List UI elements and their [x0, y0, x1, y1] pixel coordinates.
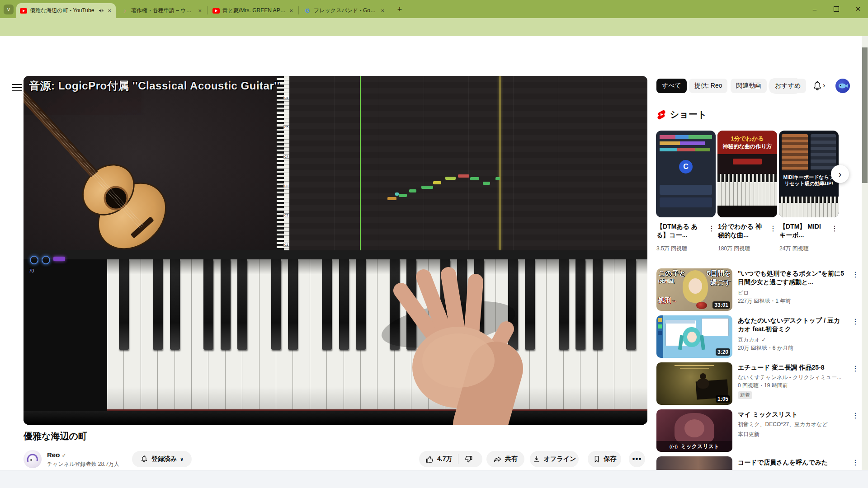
scrollbar-thumb[interactable]	[862, 47, 868, 183]
midi-note	[483, 182, 490, 185]
video-title[interactable]: コードで店員さんを呼んでみた	[738, 458, 844, 467]
tab-close-icon[interactable]: ×	[197, 7, 203, 14]
share-button[interactable]: 共有	[486, 451, 524, 467]
video-menu-icon[interactable]: ⋮	[852, 458, 859, 467]
chips-scroll-right-icon[interactable]: ›	[823, 81, 825, 89]
new-badge: 新着	[738, 391, 752, 399]
tab-title: 著作権・各種申請 – ウィンズスコア	[131, 7, 194, 14]
channel-avatar[interactable]	[24, 450, 42, 468]
short-thumb-letter: C	[679, 160, 693, 174]
midi-hud-value: 70	[29, 268, 34, 273]
window-close-button[interactable]: ✕	[849, 3, 867, 15]
playlist-thumbnail[interactable]: ((•)) ミックスリスト	[656, 409, 732, 452]
window-minimize-button[interactable]: –	[806, 3, 824, 15]
video-channel[interactable]: ピロ	[738, 289, 749, 297]
video-duration: 1:05	[716, 395, 730, 403]
tab-separator	[207, 6, 208, 14]
dislike-icon[interactable]	[464, 455, 473, 464]
video-menu-icon[interactable]: ⋮	[852, 317, 859, 326]
short-menu-icon[interactable]: ⋮	[769, 224, 777, 233]
short-menu-icon[interactable]: ⋮	[708, 224, 715, 233]
channel-name[interactable]: Reo ✓	[47, 451, 66, 459]
short-menu-icon[interactable]: ⋮	[831, 224, 838, 233]
video-title[interactable]: "いつでも処刑できるボタン"を前に5日間少女と過ごす感動と...	[738, 269, 844, 286]
bell-icon	[140, 455, 148, 463]
filter-chip-recommended[interactable]: おすすめ	[769, 79, 806, 93]
tab-title: 青と夏/Mrs. GREEN APPLE【大阪	[222, 7, 286, 14]
filter-chip-all[interactable]: すべて	[656, 79, 687, 93]
video-thumbnail[interactable]	[656, 456, 732, 470]
hamburger-menu-icon[interactable]	[12, 82, 22, 94]
filter-chip-from-channel[interactable]: 提供: Reo	[689, 79, 727, 93]
tab-close-icon[interactable]: ×	[288, 7, 294, 14]
google-favicon: G	[304, 7, 311, 14]
filter-chip-related[interactable]: 関連動画	[731, 79, 767, 93]
player-hand	[340, 257, 566, 425]
tab-close-icon[interactable]: ×	[380, 7, 385, 14]
midi-knob-control	[30, 256, 38, 264]
tab-title: フレックスバンド - Google 検索	[314, 7, 377, 14]
tab-search-button[interactable]: ∨	[4, 5, 14, 14]
offline-label: オフライン	[544, 455, 576, 463]
video-title[interactable]: エチュード 変ニ長調 作品25-8	[738, 363, 844, 372]
video-duration: 33:01	[712, 301, 730, 309]
short-banner-line2: 神秘的な曲の作り方	[723, 143, 772, 150]
playlist-updated: 本日更新	[738, 431, 760, 438]
midi-pad-control	[53, 257, 65, 261]
short-banner-line1: 1分でわかる	[731, 135, 764, 143]
new-tab-button[interactable]: +	[394, 4, 405, 15]
youtube-favicon	[20, 7, 27, 14]
piano-roll	[289, 76, 647, 250]
tab-audio-icon[interactable]	[98, 8, 104, 14]
video-thumbnail[interactable]: 3:20	[656, 315, 732, 358]
window-maximize-button[interactable]	[827, 3, 845, 15]
short-title[interactable]: 【DTMある ある】コー...	[656, 222, 704, 239]
video-channel[interactable]: ないくすチャンネル - クリクシィミュー...	[738, 374, 841, 381]
browser-tab[interactable]: 青と夏/Mrs. GREEN APPLE【大阪 ×	[209, 3, 297, 18]
shorts-next-arrow-button[interactable]: ›	[831, 165, 849, 183]
video-menu-icon[interactable]: ⋮	[852, 364, 859, 373]
browser-toolbar: youtube.com/watch?v=UvSVJkRsrC4 ☆ k ⋮	[0, 18, 868, 36]
video-thumbnail[interactable]: 1:05	[656, 362, 732, 405]
browser-tab[interactable]: ♪ 著作権・各種申請 – ウィンズスコア ×	[118, 3, 206, 18]
browser-tab[interactable]: G フレックスバンド - Google 検索 ×	[300, 3, 389, 18]
tab-separator	[298, 6, 299, 14]
short-title[interactable]: 【DTM】 MIDIキーボ...	[779, 222, 827, 239]
video-title: 優雅な海辺の町	[24, 430, 87, 442]
winds-score-favicon: ♪	[121, 7, 128, 14]
video-meta: 20万 回視聴・6 か月前	[738, 344, 793, 352]
offline-button[interactable]: オフライン	[530, 451, 579, 467]
tab-close-icon[interactable]: ×	[107, 7, 112, 14]
playlist-title[interactable]: マイ ミックスリスト	[738, 410, 844, 419]
more-actions-button[interactable]: •••	[629, 451, 645, 467]
short-title[interactable]: 1分でわかる 神秘的な曲...	[718, 222, 766, 239]
download-icon	[533, 455, 541, 463]
account-avatar[interactable]	[835, 79, 850, 93]
octave-label: C2	[283, 213, 289, 217]
short-card-2[interactable]: 1分でわかる 神秘的な曲の作り方	[717, 131, 777, 217]
video-player[interactable]: C6C5C4C3C2C1 音源: LogicPro付属 ''Classical …	[24, 76, 647, 425]
subscribed-button[interactable]: 登録済み ∨	[132, 451, 192, 467]
video-title[interactable]: あなたのいないデスクトップ / 豆カカオ feat.初音ミク	[738, 316, 844, 333]
like-count[interactable]: 4.7万	[437, 455, 452, 463]
like-icon[interactable]	[425, 455, 434, 464]
guitar-panel	[24, 76, 277, 250]
browser-tab-active[interactable]: 優雅な海辺の町 - YouTube ×	[16, 3, 116, 18]
youtube-header: Premium JP 検索 + 作成	[0, 36, 868, 63]
notifications-bell-icon[interactable]	[812, 80, 823, 93]
video-menu-icon[interactable]: ⋮	[852, 411, 859, 420]
short-card-1[interactable]: C	[656, 131, 716, 217]
video-thumbnail[interactable]: この子と (死刑囚) 5日間を 過ごす 処刑→ 33:01	[656, 268, 732, 311]
playlist-artists: 初音ミク、DECO*27、豆カカオなど	[738, 421, 828, 428]
short-card-3[interactable]: MIDIキーボードならプリセット級の効率UP!	[779, 131, 839, 217]
octave-label: C5	[283, 125, 289, 129]
pill-divider	[458, 454, 458, 464]
piano-roll-keyboard-strip: C6C5C4C3C2C1	[277, 76, 289, 250]
video-menu-icon[interactable]: ⋮	[852, 270, 859, 279]
midi-note	[458, 174, 469, 178]
save-button[interactable]: 保存	[588, 451, 621, 467]
video-channel[interactable]: 豆カカオ ✓	[738, 336, 766, 344]
midi-note	[387, 197, 396, 200]
playhead-line	[500, 76, 500, 250]
octave-label: C4	[283, 155, 289, 159]
